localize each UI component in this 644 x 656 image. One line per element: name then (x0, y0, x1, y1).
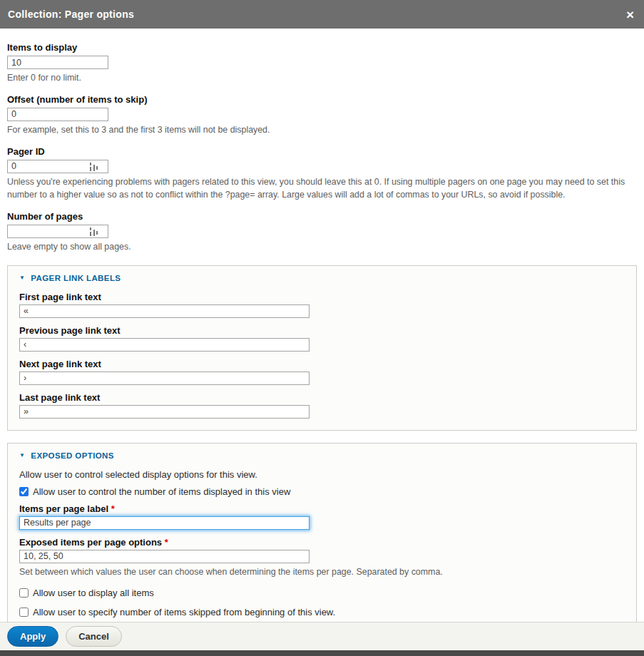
number-of-pages-description: Leave empty to show all pages. (7, 241, 635, 254)
pager-link-labels-legend[interactable]: ▼ PAGER LINK LABELS (19, 274, 625, 282)
chevron-down-icon: ▼ (19, 453, 25, 458)
items-per-page-label-input[interactable] (19, 516, 310, 530)
pager-id-label: Pager ID (7, 146, 637, 157)
items-per-page-options-label: Exposed items per page options * (19, 537, 625, 548)
pager-id-input[interactable] (7, 160, 108, 173)
close-icon[interactable]: × (626, 8, 634, 21)
previous-page-link-input[interactable] (19, 338, 310, 352)
display-all-checkbox-row: Allow user to display all items (19, 588, 625, 598)
required-marker: * (165, 537, 168, 548)
offset-checkbox-row: Allow user to specify number of items sk… (19, 607, 625, 617)
display-all-checkbox-label[interactable]: Allow user to display all items (33, 588, 154, 598)
cancel-button[interactable]: Cancel (66, 626, 122, 647)
dialog-title: Collection: Pager options (8, 9, 134, 20)
pager-id-field: Pager ID Unless you're experiencing prob… (7, 146, 637, 202)
last-page-link-input[interactable] (19, 405, 310, 419)
offset-checkbox[interactable] (19, 608, 29, 617)
exposed-options-legend[interactable]: ▼ EXPOSED OPTIONS (19, 451, 625, 460)
control-items-checkbox-row: Allow user to control the number of item… (19, 486, 625, 497)
pager-link-labels-legend-text: PAGER LINK LABELS (31, 274, 121, 282)
items-per-page-options-field: Exposed items per page options * Set bet… (19, 537, 625, 579)
items-per-page-options-description: Set between which values the user can ch… (19, 566, 625, 579)
items-per-page-options-input[interactable] (19, 550, 310, 563)
first-page-link-label: First page link text (19, 292, 625, 302)
dialog-body: Items to display Enter 0 for no limit. O… (0, 29, 644, 622)
first-page-link-input[interactable] (19, 304, 310, 318)
items-to-display-field: Items to display Enter 0 for no limit. (7, 42, 637, 85)
number-of-pages-input[interactable] (7, 225, 108, 238)
offset-input[interactable] (7, 108, 108, 121)
exposed-options-intro: Allow user to control selected display o… (19, 469, 625, 480)
dialog-header: Collection: Pager options × (0, 0, 644, 29)
last-page-link-label: Last page link text (19, 392, 625, 403)
items-to-display-description: Enter 0 for no limit. (7, 72, 635, 85)
control-items-checkbox-label[interactable]: Allow user to control the number of item… (33, 486, 290, 497)
display-all-checkbox[interactable] (19, 588, 29, 598)
offset-checkbox-label[interactable]: Allow user to specify number of items sk… (33, 607, 335, 617)
first-page-link-field: First page link text (19, 292, 625, 318)
last-page-link-field: Last page link text (19, 392, 625, 419)
previous-page-link-label: Previous page link text (19, 325, 625, 336)
exposed-options-legend-text: EXPOSED OPTIONS (31, 451, 114, 460)
apply-button[interactable]: Apply (7, 626, 58, 647)
next-page-link-label: Next page link text (19, 359, 625, 369)
exposed-options-fieldset: ▼ EXPOSED OPTIONS Allow user to control … (7, 443, 637, 622)
number-of-pages-field: Number of pages Leave empty to show all … (7, 211, 637, 254)
next-page-link-input[interactable] (19, 371, 310, 385)
chevron-down-icon: ▼ (19, 275, 25, 281)
dialog-footer: Apply Cancel (0, 622, 644, 650)
pager-link-labels-fieldset: ▼ PAGER LINK LABELS First page link text… (7, 265, 637, 431)
items-to-display-label: Items to display (7, 42, 637, 53)
offset-field: Offset (number of items to skip) For exa… (7, 94, 637, 137)
offset-label: Offset (number of items to skip) (7, 94, 637, 105)
items-per-page-label-field: Items per page label * (19, 503, 625, 530)
required-marker: * (111, 503, 115, 514)
pager-id-description: Unless you're experiencing problems with… (7, 176, 635, 202)
items-to-display-input[interactable] (7, 56, 108, 69)
previous-page-link-field: Previous page link text (19, 325, 625, 352)
next-page-link-field: Next page link text (19, 359, 625, 385)
items-per-page-label-label: Items per page label * (19, 503, 625, 514)
number-of-pages-label: Number of pages (7, 211, 637, 222)
page-background-strip (0, 650, 644, 656)
offset-description: For example, set this to 3 and the first… (7, 124, 635, 137)
control-items-checkbox[interactable] (19, 487, 29, 496)
